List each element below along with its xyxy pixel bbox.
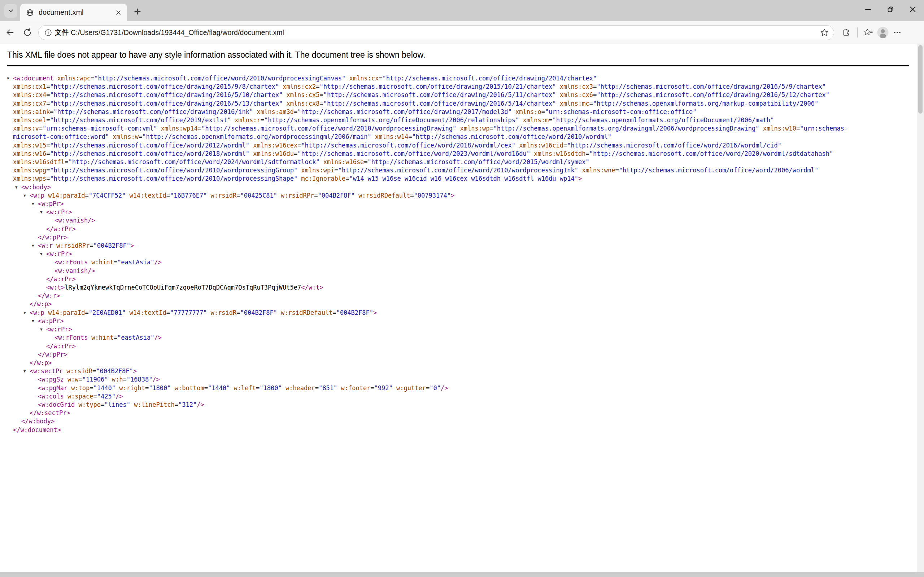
collapse-arrow-icon[interactable]: ▼ <box>23 367 30 376</box>
info-icon[interactable] <box>44 29 52 36</box>
xml-line: </w:pPr> <box>0 351 848 359</box>
collapse-arrow-icon[interactable]: ▼ <box>32 242 38 250</box>
xml-line: </w:rPr> <box>0 275 848 284</box>
xml-viewer-banner: This XML file does not appear to have an… <box>7 50 909 66</box>
url-scheme-label: 文件 <box>55 28 69 37</box>
tab-title: document.xml <box>39 8 113 16</box>
bookmark-star-icon[interactable] <box>819 27 830 38</box>
xml-line: <w:pgSz w:w="11906" w:h="16838"/> <box>0 376 848 384</box>
avatar <box>877 26 889 39</box>
new-tab-button[interactable] <box>131 5 144 18</box>
browser-toolbar: 文件 C:/Users/G1731/Downloads/193444_Offic… <box>0 21 924 44</box>
xml-line: </w:sectPr> <box>0 409 848 417</box>
xml-line: </w:rPr> <box>0 342 848 351</box>
xml-line: </w:body> <box>0 417 848 425</box>
toolbar-divider <box>857 27 858 37</box>
collapse-arrow-icon[interactable]: ▼ <box>23 192 30 200</box>
scrollbar-thumb[interactable] <box>918 45 922 114</box>
xml-line: <w:vanish/> <box>0 267 848 275</box>
url-text[interactable]: C:/Users/G1731/Downloads/193444_Office/f… <box>71 29 819 37</box>
collapse-arrow-icon[interactable]: ▼ <box>15 183 21 192</box>
xml-line: ▼<w:rPr> <box>0 325 848 334</box>
window-bottom-frame <box>0 572 924 577</box>
back-button[interactable] <box>3 25 17 40</box>
minimize-button[interactable] <box>857 0 879 19</box>
refresh-button[interactable] <box>20 25 35 40</box>
xml-line: ▼<w:r w:rsidRPr="004B2F8F"> <box>0 242 848 250</box>
restore-icon <box>887 5 894 13</box>
plus-icon <box>134 8 141 15</box>
xml-tree: ▼<w:document xmlns:wpc="http://schemas.m… <box>0 74 917 434</box>
xml-line: </w:p> <box>0 359 848 367</box>
tab-close-icon[interactable] <box>113 8 123 18</box>
xml-line: ▼<w:pPr> <box>0 200 848 208</box>
xml-line: <w:vanish/> <box>0 216 848 225</box>
xml-line: </w:rPr> <box>0 225 848 233</box>
xml-line: <w:rFonts w:hint="eastAsia"/> <box>0 258 848 266</box>
collapse-arrow-icon[interactable]: ▼ <box>40 208 46 216</box>
restore-button[interactable] <box>879 0 901 19</box>
close-window-icon <box>909 5 917 13</box>
xml-line: ▼<w:sectPr w:rsidR="004B2F8F"> <box>0 367 848 376</box>
xml-line: </w:r> <box>0 292 848 300</box>
close-window-button[interactable] <box>901 0 924 19</box>
settings-menu-button[interactable] <box>890 25 905 40</box>
xml-line: <w:cols w:space="425"/> <box>0 392 848 401</box>
xml-line: <w:pgMar w:top="1440" w:right="1800" w:b… <box>0 384 848 392</box>
xml-line: ▼<w:p w14:paraId="7C4CFF52" w14:textId="… <box>0 192 848 200</box>
collapse-arrow-icon[interactable]: ▼ <box>23 309 30 317</box>
favorites-button[interactable] <box>861 25 876 40</box>
xml-line: ▼<w:body> <box>0 183 848 192</box>
tab-strip: document.xml <box>0 0 924 21</box>
xml-line: </w:p> <box>0 300 848 308</box>
xml-line: ▼<w:p w14:paraId="2E0AED01" w14:textId="… <box>0 309 848 317</box>
active-tab[interactable]: document.xml <box>20 3 127 21</box>
favorites-star-list-icon <box>863 27 874 37</box>
xml-line: </w:pPr> <box>0 233 848 242</box>
refresh-icon <box>23 28 32 37</box>
chevron-down-icon <box>7 7 15 15</box>
page-content: This XML file does not appear to have an… <box>0 44 917 572</box>
toolbar-right-cluster <box>839 25 905 40</box>
address-bar[interactable]: 文件 C:/Users/G1731/Downloads/193444_Offic… <box>38 25 834 40</box>
xml-line: ▼<w:rPr> <box>0 208 848 216</box>
puzzle-icon <box>842 28 851 37</box>
extensions-button[interactable] <box>839 25 854 40</box>
xml-line: ▼<w:document xmlns:wpc="http://schemas.m… <box>0 74 848 183</box>
xml-line: <w:t>lRylm2qYkmewkTqDrneCoTCQoUiFqm7zqoe… <box>0 284 848 292</box>
collapse-arrow-icon[interactable]: ▼ <box>40 325 46 334</box>
ellipsis-icon <box>893 28 902 37</box>
back-arrow-icon <box>5 28 15 37</box>
xml-line: ▼<w:rPr> <box>0 250 848 258</box>
minimize-icon <box>864 5 872 13</box>
collapse-arrow-icon[interactable]: ▼ <box>32 200 38 208</box>
profile-button[interactable] <box>876 25 890 40</box>
collapse-arrow-icon[interactable]: ▼ <box>7 74 13 82</box>
collapse-arrow-icon[interactable]: ▼ <box>32 317 38 325</box>
xml-line: </w:document> <box>0 426 848 434</box>
globe-icon <box>26 9 34 16</box>
xml-line: ▼<w:pPr> <box>0 317 848 325</box>
vertical-scrollbar[interactable] <box>917 44 924 572</box>
xml-line: <w:rFonts w:hint="eastAsia"/> <box>0 334 848 342</box>
collapse-arrow-icon[interactable]: ▼ <box>40 250 46 258</box>
tab-search-button[interactable] <box>4 4 17 18</box>
xml-line: <w:docGrid w:type="lines" w:linePitch="3… <box>0 401 848 409</box>
